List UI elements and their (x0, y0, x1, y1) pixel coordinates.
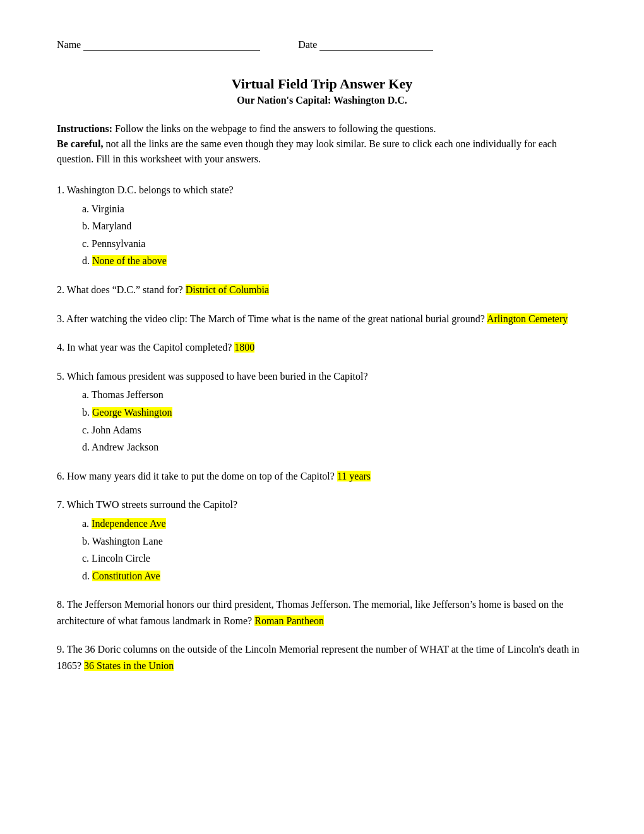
question-1-options: a. Virginiab. Marylandc. Pennsylvaniad. … (57, 201, 587, 269)
name-line[interactable] (83, 38, 260, 51)
answer-highlight: Roman Pantheon (254, 615, 324, 626)
main-title: Virtual Field Trip Answer Key (57, 76, 587, 92)
question-7-option-1: a. Independence Ave (82, 516, 587, 532)
instructions-bold-prefix: Instructions: (57, 123, 112, 134)
question-6: 6. How many years did it take to put the… (57, 468, 587, 485)
question-1-option-3: c. Pennsylvania (82, 236, 587, 252)
instructions: Instructions: Follow the links on the we… (57, 121, 587, 167)
question-3-text: 3. After watching the video clip: The Ma… (57, 311, 587, 327)
question-1-option-2: b. Maryland (82, 218, 587, 234)
answer-highlight: 36 States in the Union (84, 660, 174, 671)
instructions-text1: Follow the links on the webpage to find … (112, 123, 436, 134)
question-7-option-3: c. Lincoln Circle (82, 550, 587, 567)
question-7-option-2: b. Washington Lane (82, 533, 587, 550)
question-1-option-1: a. Virginia (82, 201, 587, 217)
question-6-text: 6. How many years did it take to put the… (57, 468, 587, 485)
question-5-text: 5. Which famous president was supposed t… (57, 368, 587, 385)
instructions-careful: Be careful, (57, 138, 103, 149)
question-4-text: 4. In what year was the Capitol complete… (57, 339, 587, 356)
question-1-option-4: d. None of the above (82, 253, 587, 269)
question-5: 5. Which famous president was supposed t… (57, 368, 587, 456)
question-5-option-3: c. John Adams (82, 422, 587, 438)
name-date-row: Name Date (57, 38, 587, 51)
questions-container: 1. Washington D.C. belongs to which stat… (57, 182, 587, 674)
answer-highlight: George Washington (92, 407, 172, 418)
question-5-option-2: b. George Washington (82, 404, 587, 421)
instructions-text2: not all the links are the same even thou… (57, 138, 557, 164)
question-2: 2. What does “D.C.” stand for? District … (57, 282, 587, 298)
question-8-text: 8. The Jefferson Memorial honors our thi… (57, 596, 587, 629)
answer-highlight: 1800 (234, 342, 254, 353)
question-7: 7. Which TWO streets surround the Capito… (57, 497, 587, 584)
question-7-text: 7. Which TWO streets surround the Capito… (57, 497, 587, 513)
question-2-text: 2. What does “D.C.” stand for? District … (57, 282, 587, 298)
question-1: 1. Washington D.C. belongs to which stat… (57, 182, 587, 269)
question-9-text: 9. The 36 Doric columns on the outside o… (57, 641, 587, 674)
question-1-text: 1. Washington D.C. belongs to which stat… (57, 182, 587, 198)
answer-highlight: District of Columbia (186, 284, 269, 295)
answer-highlight: None of the above (92, 255, 167, 266)
answer-highlight: Independence Ave (92, 518, 165, 529)
sub-title: Our Nation's Capital: Washington D.C. (57, 95, 587, 106)
question-7-options: a. Independence Aveb. Washington Lanec. … (57, 516, 587, 584)
date-label: Date (298, 39, 317, 51)
name-label: Name (57, 39, 81, 51)
question-5-options: a. Thomas Jeffersonb. George Washingtonc… (57, 387, 587, 455)
question-9: 9. The 36 Doric columns on the outside o… (57, 641, 587, 674)
answer-highlight: Arlington Cemetery (487, 313, 568, 324)
question-8: 8. The Jefferson Memorial honors our thi… (57, 596, 587, 629)
answer-highlight: Constitution Ave (92, 571, 160, 581)
date-line[interactable] (319, 38, 433, 51)
title-section: Virtual Field Trip Answer Key Our Nation… (57, 76, 587, 106)
question-4: 4. In what year was the Capitol complete… (57, 339, 587, 356)
question-5-option-1: a. Thomas Jefferson (82, 387, 587, 403)
question-3: 3. After watching the video clip: The Ma… (57, 311, 587, 327)
answer-highlight: 11 years (337, 471, 371, 481)
question-5-option-4: d. Andrew Jackson (82, 439, 587, 456)
question-7-option-4: d. Constitution Ave (82, 568, 587, 584)
